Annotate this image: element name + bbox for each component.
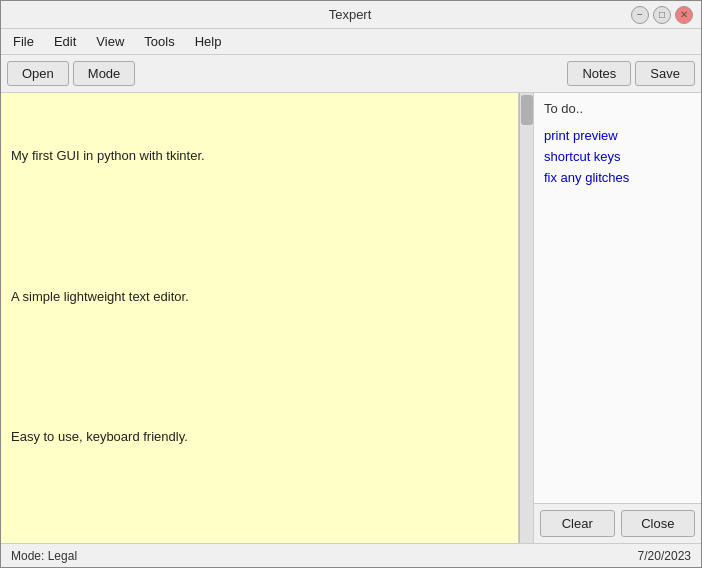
- notes-content: To do.. print preview shortcut keys fix …: [534, 93, 701, 503]
- note-item-1[interactable]: shortcut keys: [544, 149, 691, 164]
- mode-status: Mode: Legal: [11, 549, 77, 563]
- date-status: 7/20/2023: [638, 549, 691, 563]
- notes-button[interactable]: Notes: [567, 61, 631, 86]
- editor-line-5: [11, 497, 508, 519]
- main-window: Texpert − □ ✕ File Edit View Tools Help …: [0, 0, 702, 568]
- menu-tools[interactable]: Tools: [136, 32, 182, 51]
- scrollbar-thumb[interactable]: [521, 95, 533, 125]
- todo-label: To do..: [544, 101, 691, 116]
- menu-view[interactable]: View: [88, 32, 132, 51]
- save-button[interactable]: Save: [635, 61, 695, 86]
- title-bar: Texpert − □ ✕: [1, 1, 701, 29]
- note-link-1[interactable]: shortcut keys: [544, 149, 621, 164]
- window-title: Texpert: [69, 7, 631, 22]
- maximize-button[interactable]: □: [653, 6, 671, 24]
- editor-line-2: A simple lightweight text editor.: [11, 286, 508, 308]
- minimize-button[interactable]: −: [631, 6, 649, 24]
- note-item-0[interactable]: print preview: [544, 128, 691, 143]
- menu-edit[interactable]: Edit: [46, 32, 84, 51]
- note-item-2[interactable]: fix any glitches: [544, 170, 691, 185]
- editor-line-4: Easy to use, keyboard friendly.: [11, 426, 508, 448]
- menu-bar: File Edit View Tools Help: [1, 29, 701, 55]
- mode-button[interactable]: Mode: [73, 61, 136, 86]
- notes-close-button[interactable]: Close: [621, 510, 696, 537]
- editor-line-1: [11, 215, 508, 237]
- editor-scrollbar[interactable]: [519, 93, 533, 543]
- note-link-2[interactable]: fix any glitches: [544, 170, 629, 185]
- notes-buttons: Clear Close: [534, 503, 701, 543]
- main-area: My first GUI in python with tkinter. A s…: [1, 93, 701, 543]
- open-button[interactable]: Open: [7, 61, 69, 86]
- status-bar: Mode: Legal 7/20/2023: [1, 543, 701, 567]
- close-button[interactable]: ✕: [675, 6, 693, 24]
- editor-line-0: My first GUI in python with tkinter.: [11, 145, 508, 167]
- menu-file[interactable]: File: [5, 32, 42, 51]
- notes-panel: To do.. print preview shortcut keys fix …: [533, 93, 701, 543]
- menu-help[interactable]: Help: [187, 32, 230, 51]
- editor-area[interactable]: My first GUI in python with tkinter. A s…: [1, 93, 519, 543]
- clear-button[interactable]: Clear: [540, 510, 615, 537]
- toolbar: Open Mode Notes Save: [1, 55, 701, 93]
- editor-line-3: [11, 356, 508, 378]
- title-bar-controls: − □ ✕: [631, 6, 693, 24]
- note-link-0[interactable]: print preview: [544, 128, 618, 143]
